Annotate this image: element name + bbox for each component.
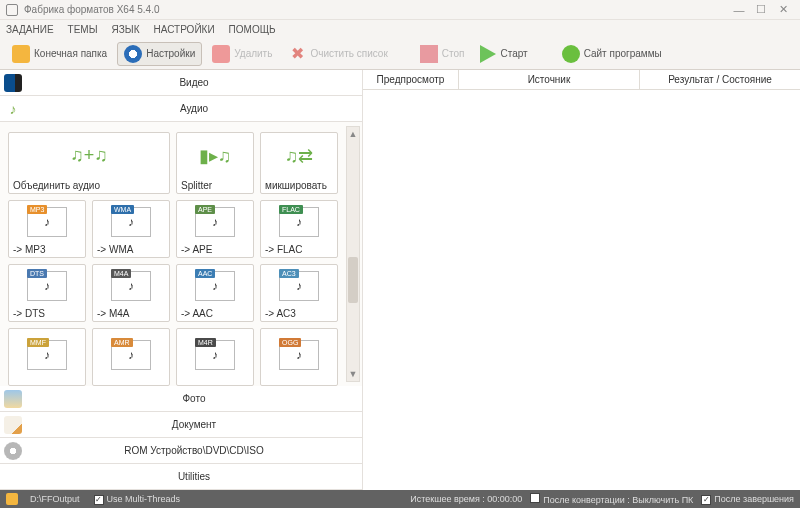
- category-utilities[interactable]: Utilities: [0, 464, 362, 490]
- category-photo[interactable]: Фото: [0, 386, 362, 412]
- clear-button[interactable]: ✖ Очистить список: [282, 43, 393, 65]
- settings-label: Настройки: [146, 48, 195, 59]
- site-label: Сайт программы: [584, 48, 662, 59]
- output-folder-button[interactable]: Конечная папка: [6, 43, 113, 65]
- after-convert-label: После конвертации : Выключить ПК: [543, 495, 693, 505]
- folder-icon: [12, 45, 30, 63]
- category-video[interactable]: Видео: [0, 70, 362, 96]
- grid-scrollbar[interactable]: ▲ ▼: [346, 126, 360, 382]
- window-title: Фабрика форматов X64 5.4.0: [24, 4, 728, 15]
- menu-task[interactable]: ЗАДАНИЕ: [6, 24, 54, 35]
- menu-help[interactable]: ПОМОЩЬ: [229, 24, 276, 35]
- clear-label: Очистить список: [310, 48, 387, 59]
- disc-icon: [4, 442, 22, 460]
- output-path[interactable]: D:\FFOutput: [30, 494, 80, 504]
- tile-label: -> FLAC: [261, 242, 337, 257]
- format-icon: WMA♪: [93, 201, 169, 242]
- maximize-button[interactable]: ☐: [750, 3, 772, 16]
- tile-grid-wrap: ♫+♫ Объединить аудио ▮▸♫ Splitter ♫⇄ мик…: [0, 122, 362, 386]
- tile-label: [93, 381, 169, 385]
- format-icon: DTS♪: [9, 265, 85, 306]
- scroll-down-icon[interactable]: ▼: [347, 367, 359, 381]
- format-icon: M4R♪: [177, 329, 253, 381]
- after-convert-check[interactable]: После конвертации : Выключить ПК: [530, 493, 693, 505]
- stop-label: Стоп: [442, 48, 465, 59]
- tile-aac[interactable]: AAC♪-> AAC: [176, 264, 254, 322]
- tile-m4r[interactable]: M4R♪: [176, 328, 254, 386]
- app-icon: [6, 4, 18, 16]
- format-icon: APE♪: [177, 201, 253, 242]
- minimize-button[interactable]: —: [728, 4, 750, 16]
- tile-ac3[interactable]: AC3♪-> AC3: [260, 264, 338, 322]
- tile-splitter[interactable]: ▮▸♫ Splitter: [176, 132, 254, 194]
- category-rom[interactable]: ROM Устройство\DVD\CD\ISO: [0, 438, 362, 464]
- col-result[interactable]: Результат / Состояние: [640, 70, 800, 89]
- tile-amr[interactable]: AMR♪: [92, 328, 170, 386]
- folder-icon-small: [6, 493, 18, 505]
- tile-join-audio[interactable]: ♫+♫ Объединить аудио: [8, 132, 170, 194]
- tile-splitter-label: Splitter: [177, 178, 253, 193]
- tile-join-label: Объединить аудио: [9, 178, 169, 193]
- tile-wma[interactable]: WMA♪-> WMA: [92, 200, 170, 258]
- col-source[interactable]: Источник: [459, 70, 640, 89]
- multithreads-check[interactable]: Use Multi-Threads: [94, 494, 181, 505]
- delete-label: Удалить: [234, 48, 272, 59]
- photo-icon: [4, 390, 22, 408]
- scroll-up-icon[interactable]: ▲: [347, 127, 359, 141]
- category-audio-label: Аудио: [30, 103, 358, 114]
- category-video-label: Видео: [30, 77, 358, 88]
- format-icon: MMF♪: [9, 329, 85, 381]
- multithreads-label: Use Multi-Threads: [107, 494, 181, 504]
- start-button[interactable]: Старт: [474, 43, 533, 65]
- tile-label: -> M4A: [93, 306, 169, 321]
- tile-label: [261, 381, 337, 385]
- site-button[interactable]: Сайт программы: [556, 43, 668, 65]
- tile-dts[interactable]: DTS♪-> DTS: [8, 264, 86, 322]
- menu-settings[interactable]: НАСТРОЙКИ: [154, 24, 215, 35]
- splitter-icon: ▮▸♫: [177, 133, 253, 178]
- main-area: Видео ♪ Аудио ♫+♫ Объединить аудио ▮▸♫ S…: [0, 70, 800, 490]
- tile-label: -> AAC: [177, 306, 253, 321]
- format-icon: AMR♪: [93, 329, 169, 381]
- category-photo-label: Фото: [30, 393, 358, 404]
- output-folder-label: Конечная папка: [34, 48, 107, 59]
- tile-label: -> AC3: [261, 306, 337, 321]
- tile-mix[interactable]: ♫⇄ микшировать: [260, 132, 338, 194]
- after-done-check[interactable]: После завершения: [701, 494, 794, 505]
- category-audio[interactable]: ♪ Аудио: [0, 96, 362, 122]
- tile-label: [9, 381, 85, 385]
- toolbar: Конечная папка Настройки Удалить ✖ Очист…: [0, 38, 800, 70]
- menu-themes[interactable]: ТЕМЫ: [68, 24, 98, 35]
- format-icon: AAC♪: [177, 265, 253, 306]
- tile-mix-label: микшировать: [261, 178, 337, 193]
- tile-m4a[interactable]: M4A♪-> M4A: [92, 264, 170, 322]
- scroll-thumb[interactable]: [348, 257, 358, 303]
- tile-mp3[interactable]: MP3♪-> MP3: [8, 200, 86, 258]
- utilities-icon: [4, 468, 22, 486]
- tile-grid: ♫+♫ Объединить аудио ▮▸♫ Splitter ♫⇄ мик…: [0, 122, 362, 386]
- list-header: Предпросмотр Источник Результат / Состоя…: [363, 70, 800, 90]
- right-pane: Предпросмотр Источник Результат / Состоя…: [363, 70, 800, 490]
- stop-button[interactable]: Стоп: [414, 43, 471, 65]
- col-preview[interactable]: Предпросмотр: [363, 70, 459, 89]
- menubar: ЗАДАНИЕ ТЕМЫ ЯЗЫК НАСТРОЙКИ ПОМОЩЬ: [0, 20, 800, 38]
- delete-button[interactable]: Удалить: [206, 43, 278, 65]
- audio-icon: ♪: [4, 100, 22, 118]
- close-button[interactable]: ✕: [772, 3, 794, 16]
- left-pane: Видео ♪ Аудио ♫+♫ Объединить аудио ▮▸♫ S…: [0, 70, 363, 490]
- category-document[interactable]: Документ: [0, 412, 362, 438]
- format-icon: MP3♪: [9, 201, 85, 242]
- settings-icon: [124, 45, 142, 63]
- statusbar: D:\FFOutput Use Multi-Threads Истекшее в…: [0, 490, 800, 508]
- format-icon: AC3♪: [261, 265, 337, 306]
- format-icon: OGG♪: [261, 329, 337, 381]
- menu-language[interactable]: ЯЗЫК: [112, 24, 140, 35]
- tile-flac[interactable]: FLAC♪-> FLAC: [260, 200, 338, 258]
- tile-mmf[interactable]: MMF♪: [8, 328, 86, 386]
- globe-icon: [562, 45, 580, 63]
- tile-ogg[interactable]: OGG♪: [260, 328, 338, 386]
- join-audio-icon: ♫+♫: [9, 133, 169, 178]
- settings-button[interactable]: Настройки: [117, 42, 202, 66]
- tile-ape[interactable]: APE♪-> APE: [176, 200, 254, 258]
- list-body[interactable]: [363, 90, 800, 490]
